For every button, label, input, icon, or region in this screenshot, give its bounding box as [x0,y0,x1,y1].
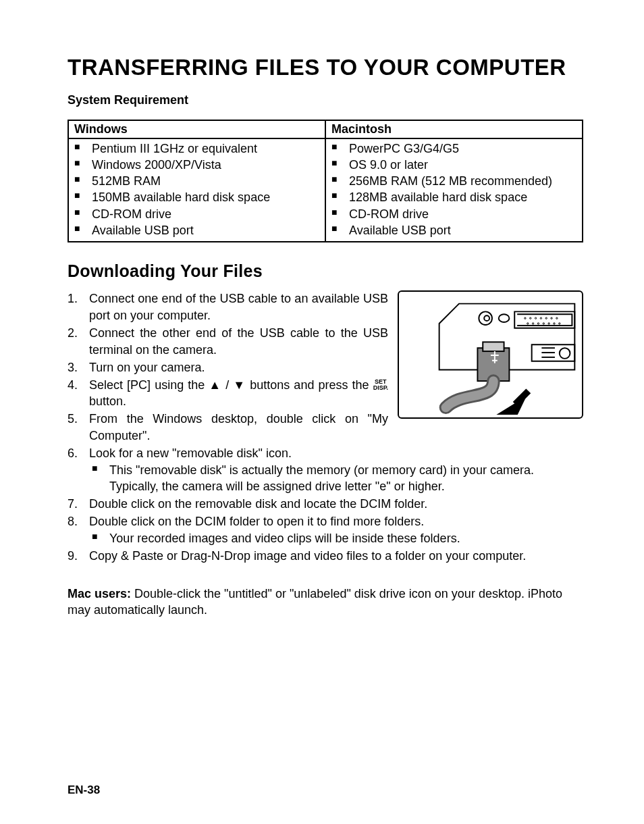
step-6-sub: This "removable disk" is actually the me… [89,462,583,496]
mac-users-note: Mac users: Double-click the "untitled" o… [68,586,583,619]
macintosh-cell: PowerPC G3/G4/G5 OS 9.0 or later 256MB R… [325,138,583,242]
downloading-heading: Downloading Your Files [68,261,583,281]
page-title: TRANSFERRING FILES TO YOUR COMPUTER [68,54,583,81]
step-8-sub: Your recorded images and video clips wil… [89,530,583,547]
step-6: Look for a new "removable disk" icon. Th… [68,445,583,495]
page-number: EN-38 [68,783,100,797]
step-7: Double click on the removable disk and l… [68,496,583,513]
list-item: Available USB port [331,222,576,238]
list-item: OS 9.0 or later [331,157,576,173]
step-9: Copy & Paste or Drag-N-Drop image and vi… [68,548,583,565]
windows-cell: Pentium III 1GHz or equivalent Windows 2… [68,138,325,242]
windows-header: Windows [68,120,325,138]
system-requirements-table: Windows Macintosh Pentium III 1GHz or eq… [68,120,583,243]
step-5: From the Windows desktop, double click o… [68,411,583,444]
list-item: Pentium III 1GHz or equivalent [74,140,319,157]
step-1: Connect one end of the USB cable to an a… [68,290,583,324]
step-8: Double click on the DCIM folder to open … [68,513,583,547]
list-item: CD-ROM drive [331,206,576,222]
list-item: 256MB RAM (512 MB recommended) [331,173,576,189]
list-item: 128MB available hard disk space [331,189,576,205]
list-item: 150MB available hard disk space [74,189,319,205]
set-disp-icon: SETDISP. [373,379,388,391]
list-item: Windows 2000/XP/Vista [74,157,319,173]
macintosh-header: Macintosh [325,120,583,138]
list-item: 512MB RAM [74,173,319,189]
step-4: Select [PC] using the ▲ / ▼ buttons and … [68,377,583,411]
step-3: Turn on your camera. [68,359,583,376]
list-item: PowerPC G3/G4/G5 [331,140,576,157]
step-2: Connect the other end of the USB cable t… [68,325,583,359]
sysreq-heading: System Requirement [68,93,583,107]
list-item: Available USB port [74,222,319,238]
list-item: CD-ROM drive [74,206,319,222]
download-steps: Connect one end of the USB cable to an a… [68,290,583,564]
